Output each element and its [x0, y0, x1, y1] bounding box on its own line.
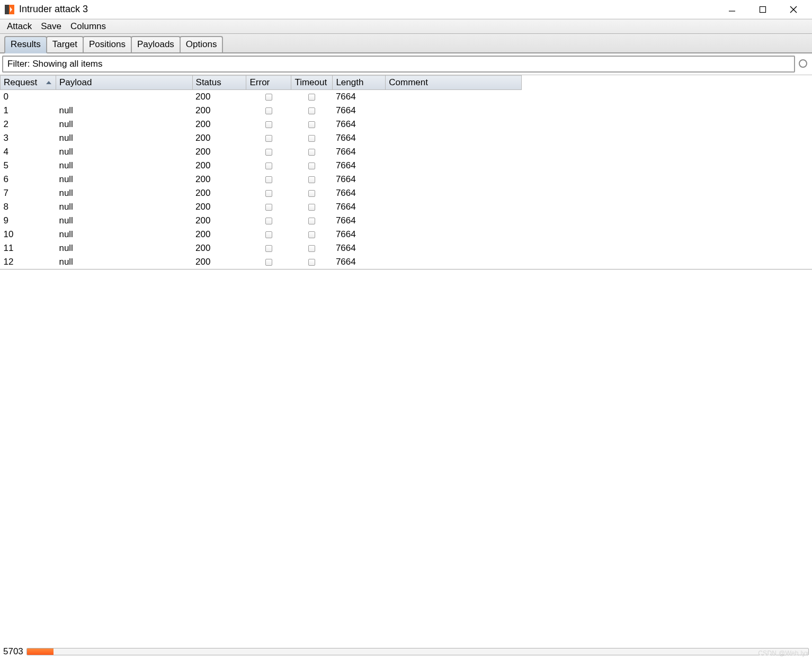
table-row[interactable]: 8null2007664 [1, 200, 522, 214]
menu-save[interactable]: Save [37, 20, 65, 33]
results-table-wrap: Request Payload Status Error Timeout Len… [0, 75, 812, 270]
table-row[interactable]: 10null2007664 [1, 228, 522, 241]
col-header-status[interactable]: Status [192, 76, 246, 90]
cell-request: 6 [1, 173, 56, 186]
table-row[interactable]: 11null2007664 [1, 241, 522, 255]
col-header-request[interactable]: Request [1, 76, 56, 90]
cell-request: 7 [1, 186, 56, 200]
col-header-error[interactable]: Error [246, 76, 291, 90]
table-row[interactable]: 2null2007664 [1, 118, 522, 131]
cell-status: 200 [192, 186, 246, 200]
maximize-button[interactable] [755, 2, 771, 17]
progress-fill [27, 648, 53, 655]
cell-payload: null [56, 104, 192, 118]
cell-status: 200 [192, 214, 246, 228]
table-row[interactable]: 1null2007664 [1, 104, 522, 118]
filter-bar[interactable]: Filter: Showing all items [2, 56, 795, 73]
cell-request: 11 [1, 241, 56, 255]
table-header-row: Request Payload Status Error Timeout Len… [1, 76, 522, 90]
table-row[interactable]: 4null2007664 [1, 145, 522, 159]
empty-panel [0, 270, 812, 645]
tab-options[interactable]: Options [180, 36, 224, 52]
cell-request: 10 [1, 228, 56, 241]
checkbox-icon [308, 135, 315, 142]
window-controls [724, 2, 801, 17]
menu-columns[interactable]: Columns [67, 20, 110, 33]
cell-payload: null [56, 241, 192, 255]
cell-error [246, 159, 291, 173]
cell-length: 7664 [333, 241, 386, 255]
filter-options-icon[interactable] [797, 56, 810, 73]
table-row[interactable]: 7null2007664 [1, 186, 522, 200]
cell-payload: null [56, 159, 192, 173]
checkbox-icon [265, 204, 272, 211]
checkbox-icon [308, 121, 315, 128]
cell-status: 200 [192, 90, 246, 104]
titlebar: Intruder attack 3 [0, 0, 812, 19]
tab-payloads[interactable]: Payloads [131, 36, 181, 52]
cell-error [246, 214, 291, 228]
cell-status: 200 [192, 228, 246, 241]
checkbox-icon [308, 218, 315, 224]
checkbox-icon [265, 94, 272, 101]
table-row[interactable]: 5null2007664 [1, 159, 522, 173]
cell-error [246, 90, 291, 104]
cell-payload: null [56, 145, 192, 159]
cell-timeout [291, 131, 333, 145]
cell-payload: null [56, 118, 192, 131]
cell-length: 7664 [333, 255, 386, 269]
app-icon [4, 4, 15, 15]
table-row[interactable]: 9null2007664 [1, 214, 522, 228]
cell-status: 200 [192, 145, 246, 159]
cell-timeout [291, 228, 333, 241]
cell-error [246, 145, 291, 159]
cell-comment [386, 241, 522, 255]
tab-results[interactable]: Results [4, 36, 47, 53]
tab-positions[interactable]: Positions [83, 36, 132, 52]
close-button[interactable] [786, 2, 801, 17]
checkbox-icon [308, 231, 315, 238]
cell-status: 200 [192, 173, 246, 186]
cell-request: 4 [1, 145, 56, 159]
menu-attack[interactable]: Attack [3, 20, 35, 33]
table-row[interactable]: 3null2007664 [1, 131, 522, 145]
table-row[interactable]: 6null2007664 [1, 173, 522, 186]
table-row[interactable]: 12null2007664 [1, 255, 522, 269]
checkbox-icon [308, 94, 315, 101]
checkbox-icon [265, 163, 272, 169]
cell-length: 7664 [333, 90, 386, 104]
col-header-timeout[interactable]: Timeout [291, 76, 333, 90]
cell-request: 5 [1, 159, 56, 173]
cell-timeout [291, 255, 333, 269]
watermark: CSDN @Web.lyx [758, 650, 809, 657]
cell-length: 7664 [333, 228, 386, 241]
cell-request: 9 [1, 214, 56, 228]
cell-comment [386, 200, 522, 214]
tab-target[interactable]: Target [46, 36, 84, 52]
cell-status: 200 [192, 159, 246, 173]
cell-comment [386, 90, 522, 104]
cell-error [246, 255, 291, 269]
minimize-button[interactable] [724, 2, 740, 17]
cell-comment [386, 255, 522, 269]
col-header-payload[interactable]: Payload [56, 76, 192, 90]
checkbox-icon [308, 259, 315, 266]
checkbox-icon [265, 107, 272, 114]
cell-payload: null [56, 214, 192, 228]
table-row[interactable]: 02007664 [1, 90, 522, 104]
cell-timeout [291, 200, 333, 214]
cell-timeout [291, 173, 333, 186]
cell-length: 7664 [333, 145, 386, 159]
cell-status: 200 [192, 255, 246, 269]
col-header-length[interactable]: Length [333, 76, 386, 90]
col-header-comment[interactable]: Comment [386, 76, 522, 90]
cell-status: 200 [192, 104, 246, 118]
cell-payload: null [56, 255, 192, 269]
cell-error [246, 118, 291, 131]
cell-error [246, 200, 291, 214]
cell-length: 7664 [333, 104, 386, 118]
cell-timeout [291, 214, 333, 228]
cell-timeout [291, 159, 333, 173]
cell-payload [56, 90, 192, 104]
cell-status: 200 [192, 200, 246, 214]
